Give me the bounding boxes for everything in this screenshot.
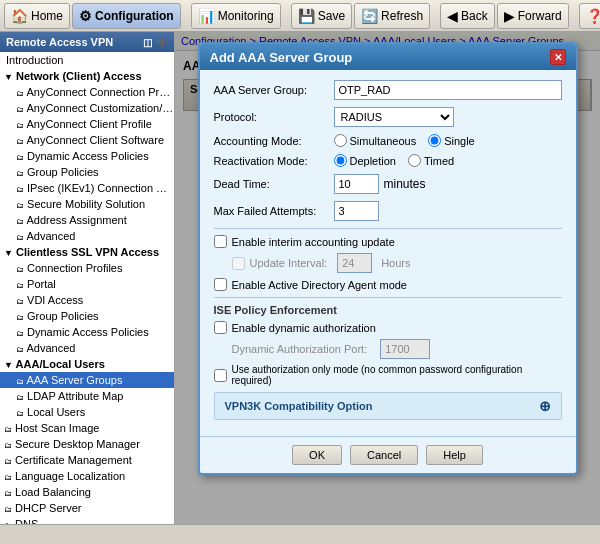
ise-section-label: ISE Policy Enforcement — [214, 304, 562, 316]
dead-time-input[interactable] — [334, 174, 379, 194]
sidebar-item-ldap[interactable]: 🗂 LDAP Attribute Map — [0, 388, 174, 404]
help-dialog-button[interactable]: Help — [426, 445, 483, 465]
sidebar-item-lang-local[interactable]: 🗂 Language Localization — [0, 468, 174, 484]
sidebar-item-cert-mgmt[interactable]: 🗂 Certificate Management — [0, 452, 174, 468]
modal-title-bar: Add AAA Server Group ✕ — [200, 44, 576, 70]
ok-button[interactable]: OK — [292, 445, 342, 465]
accounting-single-label: Single — [444, 135, 475, 147]
sidebar-item-secure-mobility[interactable]: 🗂 Secure Mobility Solution — [0, 196, 174, 212]
enable-dynamic-checkbox[interactable] — [214, 321, 227, 334]
accounting-simultaneous-item[interactable]: Simultaneous — [334, 134, 417, 147]
save-button[interactable]: 💾 Save — [291, 3, 352, 29]
help-button[interactable]: ❓ Help — [579, 3, 600, 29]
enable-dynamic-row: Enable dynamic authorization — [214, 321, 562, 334]
protocol-select[interactable]: RADIUS TACACS+ LDAP Kerberos SDI NT — [334, 107, 454, 127]
home-button[interactable]: 🏠 Home — [4, 3, 70, 29]
monitoring-button[interactable]: 📊 Monitoring — [191, 3, 281, 29]
sidebar-item-group-policies-1[interactable]: 🗂 Group Policies — [0, 164, 174, 180]
accounting-simultaneous-radio[interactable] — [334, 134, 347, 147]
reactivation-timed-label: Timed — [424, 155, 454, 167]
sidebar-item-host-scan[interactable]: 🗂 Host Scan Image — [0, 420, 174, 436]
back-icon: ◀ — [447, 8, 458, 24]
configuration-button[interactable]: ⚙ Configuration — [72, 3, 181, 29]
modal-close-button[interactable]: ✕ — [550, 49, 566, 65]
sidebar-item-clientless[interactable]: ▼ Clientless SSL VPN Access — [0, 244, 174, 260]
sidebar-item-anyconnect-custom[interactable]: 🗂 AnyConnect Customization/Local... — [0, 100, 174, 116]
status-text — [6, 529, 9, 540]
enable-ad-checkbox[interactable] — [214, 278, 227, 291]
modal-body: AAA Server Group: Protocol: RADIUS TACAC… — [200, 70, 576, 436]
accounting-single-item[interactable]: Single — [428, 134, 475, 147]
sidebar-header: Remote Access VPN ◫ ➕ — [0, 32, 174, 52]
home-label: Home — [31, 9, 63, 23]
compat-option-row[interactable]: VPN3K Compatibility Option ⊕ — [214, 392, 562, 420]
sidebar-item-load-balance[interactable]: 🗂 Load Balancing — [0, 484, 174, 500]
update-interval-row: Update Interval: Hours — [232, 253, 562, 273]
compat-option-label: VPN3K Compatibility Option — [225, 400, 373, 412]
sidebar-item-anyconnect-profiles[interactable]: 🗂 AnyConnect Connection Profiles — [0, 84, 174, 100]
sidebar-item-network-access[interactable]: ▼ Network (Client) Access — [0, 68, 174, 84]
sidebar-item-address[interactable]: 🗂 Address Assignment — [0, 212, 174, 228]
aaa-server-group-input[interactable] — [334, 80, 562, 100]
sidebar-item-local-users[interactable]: 🗂 Local Users — [0, 404, 174, 420]
dynamic-auth-port-row: Dynamic Authorization Port: — [232, 339, 562, 359]
sidebar-item-aaa-server-groups[interactable]: 🗂 AAA Server Groups — [0, 372, 174, 388]
protocol-row: Protocol: RADIUS TACACS+ LDAP Kerberos S… — [214, 107, 562, 127]
back-button[interactable]: ◀ Back — [440, 3, 495, 29]
sidebar-item-dynamic-access[interactable]: 🗂 Dynamic Access Policies — [0, 148, 174, 164]
max-failed-row: Max Failed Attempts: — [214, 201, 562, 221]
use-auth-only-checkbox[interactable] — [214, 369, 227, 382]
sidebar-item-secure-desktop[interactable]: 🗂 Secure Desktop Manager — [0, 436, 174, 452]
cancel-button[interactable]: Cancel — [350, 445, 418, 465]
refresh-label: Refresh — [381, 9, 423, 23]
sidebar-item-anyconnect-software[interactable]: 🗂 AnyConnect Client Software — [0, 132, 174, 148]
sidebar-item-introduction[interactable]: Introduction — [0, 52, 174, 68]
reactivation-mode-row: Reactivation Mode: Depletion Timed — [214, 154, 562, 167]
reactivation-depletion-item[interactable]: Depletion — [334, 154, 396, 167]
reactivation-timed-radio[interactable] — [408, 154, 421, 167]
sidebar-item-advanced-2[interactable]: 🗂 Advanced — [0, 340, 174, 356]
enable-interim-checkbox[interactable] — [214, 235, 227, 248]
refresh-icon: 🔄 — [361, 8, 378, 24]
aaa-server-group-control — [334, 80, 562, 100]
modal-footer: OK Cancel Help — [200, 436, 576, 473]
enable-dynamic-label: Enable dynamic authorization — [232, 322, 376, 334]
sidebar-item-dynamic-access-2[interactable]: 🗂 Dynamic Access Policies — [0, 324, 174, 340]
sidebar-item-dhcp[interactable]: 🗂 DHCP Server — [0, 500, 174, 516]
forward-button[interactable]: ▶ Forward — [497, 3, 569, 29]
sidebar-item-vdi[interactable]: 🗂 VDI Access — [0, 292, 174, 308]
enable-ad-row: Enable Active Directory Agent mode — [214, 278, 562, 291]
refresh-button[interactable]: 🔄 Refresh — [354, 3, 430, 29]
sidebar-item-anyconnect-client-profile[interactable]: 🗂 AnyConnect Client Profile — [0, 116, 174, 132]
sidebar-item-aaa-local[interactable]: ▼ AAA/Local Users — [0, 356, 174, 372]
sidebar-item-group-policies-2[interactable]: 🗂 Group Policies — [0, 308, 174, 324]
sidebar-item-dns[interactable]: 🗂 DNS — [0, 516, 174, 524]
sidebar-item-advanced-1[interactable]: 🗂 Advanced — [0, 228, 174, 244]
update-interval-checkbox[interactable] — [232, 257, 245, 270]
accounting-single-radio[interactable] — [428, 134, 441, 147]
accounting-mode-control: Simultaneous Single — [334, 134, 562, 147]
aaa-server-group-row: AAA Server Group: — [214, 80, 562, 100]
reactivation-depletion-radio[interactable] — [334, 154, 347, 167]
sidebar-icon-2[interactable]: ➕ — [156, 37, 168, 48]
save-label: Save — [318, 9, 345, 23]
enable-ad-label: Enable Active Directory Agent mode — [232, 279, 407, 291]
config-icon: ⚙ — [79, 8, 92, 24]
max-failed-input[interactable] — [334, 201, 379, 221]
update-interval-input — [337, 253, 372, 273]
modal-overlay: Add AAA Server Group ✕ AAA Server Group:… — [175, 32, 600, 524]
sidebar-icon-1[interactable]: ◫ — [143, 37, 152, 48]
sidebar-item-ipsec[interactable]: 🗂 IPsec (IKEv1) Connection Profiles — [0, 180, 174, 196]
status-bar — [0, 524, 600, 544]
reactivation-depletion-label: Depletion — [350, 155, 396, 167]
dead-time-control: minutes — [334, 174, 562, 194]
sidebar-item-portal[interactable]: 🗂 Portal — [0, 276, 174, 292]
accounting-mode-label: Accounting Mode: — [214, 135, 334, 147]
back-label: Back — [461, 9, 488, 23]
sidebar-item-connection-profiles[interactable]: 🗂 Connection Profiles — [0, 260, 174, 276]
max-failed-label: Max Failed Attempts: — [214, 205, 334, 217]
divider-2 — [214, 297, 562, 298]
compat-expand-icon[interactable]: ⊕ — [539, 398, 551, 414]
protocol-label: Protocol: — [214, 111, 334, 123]
reactivation-timed-item[interactable]: Timed — [408, 154, 454, 167]
